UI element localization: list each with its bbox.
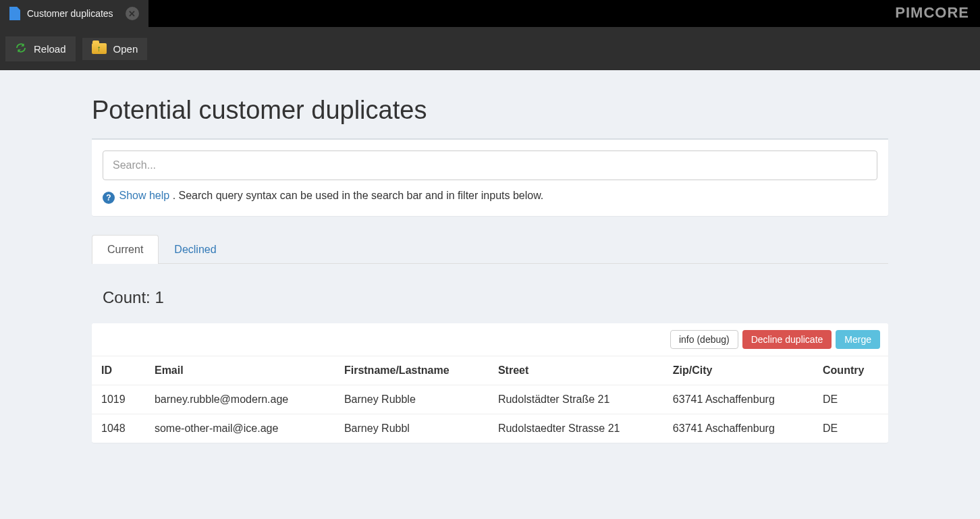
tab-declined[interactable]: Declined [159,235,232,264]
help-text: . Search query syntax can be used in the… [173,190,544,201]
table-cell: some-other-mail@ice.age [145,414,335,443]
tab-current[interactable]: Current [92,235,159,264]
folder-open-icon [92,43,107,54]
duplicates-table: IDEmailFirstname/LastnameStreetZip/CityC… [92,356,888,443]
show-help-link[interactable]: Show help [119,190,169,201]
table-cell: Barney Rubble [335,385,489,414]
reload-button[interactable]: Reload [5,36,76,61]
brand-logo: PIMCORE [895,0,980,27]
reload-label: Reload [34,43,66,55]
count-label: Count: 1 [103,288,888,307]
search-input[interactable] [103,151,877,180]
col-header: ID [92,356,145,385]
toolbar: Reload Open [0,27,980,70]
table-cell: barney.rubble@modern.age [145,385,335,414]
table-cell: Barney Rubbl [335,414,489,443]
col-header: Street [489,356,663,385]
open-label: Open [113,43,138,55]
merge-button[interactable]: Merge [836,330,880,349]
reload-icon [15,42,27,56]
title-bar: Customer duplicates ✕ PIMCORE [0,0,980,27]
open-button[interactable]: Open [82,38,148,60]
table-cell: DE [813,385,888,414]
table-cell: 1019 [92,385,145,414]
window-tab[interactable]: Customer duplicates ✕ [0,0,148,27]
table-row[interactable]: 1048some-other-mail@ice.ageBarney RubblR… [92,414,888,443]
tab-title: Customer duplicates [27,8,113,19]
info-debug-button[interactable]: info (debug) [670,330,738,349]
tabs: Current Declined [92,235,888,264]
page-content: Potential customer duplicates ? Show hel… [92,70,888,470]
table-cell: Rudolstädter Straße 21 [489,385,663,414]
page-title: Potential customer duplicates [92,96,888,125]
col-header: Zip/City [663,356,813,385]
table-cell: DE [813,414,888,443]
duplicate-actions: info (debug) Decline duplicate Merge [92,323,888,356]
duplicate-panel: info (debug) Decline duplicate Merge IDE… [92,323,888,443]
col-header: Country [813,356,888,385]
table-row[interactable]: 1019barney.rubble@modern.ageBarney Rubbl… [92,385,888,414]
document-icon [9,7,20,20]
table-cell: 63741 Aschaffenburg [663,385,813,414]
decline-duplicate-button[interactable]: Decline duplicate [742,330,832,349]
table-cell: 1048 [92,414,145,443]
col-header: Email [145,356,335,385]
table-header-row: IDEmailFirstname/LastnameStreetZip/CityC… [92,356,888,385]
close-icon[interactable]: ✕ [126,7,139,20]
help-row: ? Show help . Search query syntax can be… [103,190,877,204]
search-panel: ? Show help . Search query syntax can be… [92,138,888,216]
table-cell: 63741 Aschaffenburg [663,414,813,443]
table-cell: Rudolstaedter Strasse 21 [489,414,663,443]
help-icon: ? [103,192,115,204]
col-header: Firstname/Lastname [335,356,489,385]
